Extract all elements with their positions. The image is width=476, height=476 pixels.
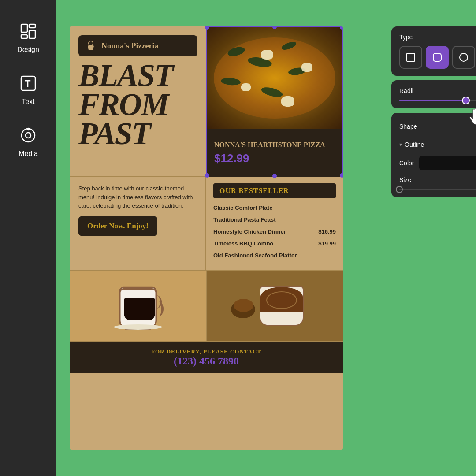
handle-tr[interactable] [340, 26, 343, 30]
description-text: Step back in time with our classic-theme… [78, 184, 197, 210]
flyer-mid: Step back in time with our classic-theme… [70, 176, 343, 270]
headline-text: BLAST FROM PAST [78, 61, 197, 149]
menu-item-4: Old Fashioned Seafood Platter [213, 252, 336, 260]
outline-label: Outline [399, 141, 424, 148]
svg-rect-10 [407, 53, 415, 61]
right-panels: Type [391, 26, 476, 197]
handle-bl[interactable] [205, 173, 209, 178]
size-label: Size [399, 176, 411, 183]
brand-icon [85, 40, 97, 52]
flyer: Nonna's Pizzeria BLAST FROM PAST [70, 26, 343, 450]
flyer-pizza-section: NONNA'S HEARTHSTONE PIZZA $12.99 [206, 26, 343, 176]
pizza-title: NONNA'S HEARTHSTONE PIZZA [214, 141, 335, 149]
type-square-button[interactable] [399, 46, 422, 69]
flyer-top: Nonna's Pizzeria BLAST FROM PAST [70, 26, 343, 176]
sidebar-label-design: Design [17, 46, 39, 54]
pizza-price: $12.99 [214, 152, 335, 165]
sidebar-label-media: Media [19, 150, 38, 158]
design-icon [17, 20, 39, 42]
outline-row: Outline [399, 139, 476, 150]
menu-item-1: Traditional Pasta Feast [213, 216, 336, 224]
pizza-caption: NONNA'S HEARTHSTONE PIZZA $12.99 [207, 129, 342, 177]
pizza-image-container[interactable]: NONNA'S HEARTHSTONE PIZZA $12.99 [206, 26, 343, 176]
canvas-area: Nonna's Pizzeria BLAST FROM PAST [56, 0, 476, 476]
size-row: Size 30 [399, 176, 476, 183]
handle-br[interactable] [340, 173, 343, 178]
svg-point-12 [460, 53, 468, 61]
color-swatch[interactable]: ▾ [419, 156, 476, 170]
radii-label: Radii [399, 87, 413, 94]
svg-point-9 [89, 41, 93, 45]
brand-name: Nonna's Pizzeria [101, 41, 158, 51]
menu-item-0: Classic Comfort Plate [213, 205, 336, 212]
dessert-photo [207, 271, 343, 341]
coffee-visual [70, 271, 206, 341]
svg-rect-1 [29, 24, 35, 28]
color-label: Color [399, 160, 414, 167]
svg-rect-3 [21, 35, 27, 38]
contact-phone: (123) 456 7890 [77, 355, 336, 367]
flyer-contact: FOR DELIVERY, PLEASE CONTACT (123) 456 7… [70, 341, 343, 373]
text-icon: T [17, 72, 39, 94]
svg-point-8 [27, 128, 29, 130]
pizza-visual [207, 27, 342, 129]
type-rounded-button[interactable] [426, 46, 449, 69]
size-slider-thumb[interactable] [396, 186, 403, 193]
dessert-image-section [207, 271, 343, 341]
svg-point-6 [22, 129, 35, 142]
pizza-photo [207, 27, 342, 129]
type-circle-button[interactable] [452, 46, 475, 69]
sidebar-label-text: Text [22, 98, 34, 106]
bestseller-banner: OUR BESTSELLER [213, 183, 336, 198]
contact-label: FOR DELIVERY, PLEASE CONTACT [77, 348, 336, 355]
radii-slider[interactable] [399, 100, 476, 101]
svg-rect-11 [433, 53, 441, 61]
menu-item-2: Homestyle Chicken Dinner $16.99 [213, 228, 336, 236]
type-buttons [399, 46, 476, 69]
svg-rect-2 [29, 30, 35, 38]
coffee-image-section [70, 271, 207, 341]
coffee-photo [70, 271, 206, 341]
flyer-description-section: Step back in time with our classic-theme… [70, 177, 206, 270]
brand-bar: Nonna's Pizzeria [78, 35, 197, 56]
shape-row: Shape ▾ [399, 120, 476, 133]
size-slider[interactable] [399, 189, 476, 190]
sidebar-item-design[interactable]: Design [6, 13, 50, 61]
menu-item-3: Timeless BBQ Combo $19.99 [213, 240, 336, 248]
type-panel: Type [391, 26, 476, 76]
order-button[interactable]: Order Now. Enjoy! [78, 216, 157, 236]
type-panel-title: Type [399, 33, 476, 41]
sidebar-item-media[interactable]: Media [6, 117, 50, 165]
shape-panel: Shape ▾ Outline Color ▾ Size 30 [391, 113, 476, 197]
radii-slider-thumb[interactable] [462, 97, 470, 104]
media-icon [17, 124, 39, 146]
flyer-headline-section: Nonna's Pizzeria BLAST FROM PAST [70, 26, 206, 176]
flyer-menu-section: OUR BESTSELLER Classic Comfort Plate Tra… [206, 177, 343, 270]
color-row: Color ▾ [399, 156, 476, 170]
svg-point-7 [26, 133, 31, 138]
sidebar-item-text[interactable]: T Text [6, 65, 50, 113]
radii-slider-fill [399, 100, 466, 101]
radii-panel: Radii 30 [391, 80, 476, 108]
svg-text:T: T [25, 78, 31, 89]
sidebar: Design T Text Media [0, 0, 56, 476]
shape-label: Shape [399, 123, 417, 130]
flyer-images-row [70, 270, 343, 341]
dessert-visual [207, 271, 343, 341]
svg-rect-0 [21, 24, 27, 32]
